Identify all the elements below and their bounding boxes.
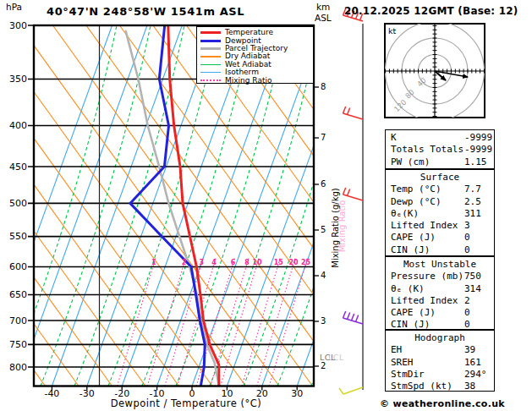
stat-label: StmSpd (kt)	[391, 381, 452, 392]
wind-barb-tick	[352, 314, 354, 321]
wind-barb-shaft	[343, 387, 363, 394]
stat-value: 0	[464, 319, 470, 330]
pressure-tick-label: 300	[2, 20, 27, 31]
km-tick-label: 3	[321, 316, 326, 326]
x-axis-title: Dewpoint / Temperature (°C)	[59, 397, 313, 409]
stat-label: CIN (J)	[391, 319, 430, 330]
stat-label: StmDir	[391, 369, 425, 380]
pressure-tick-label: 550	[2, 231, 27, 242]
stat-label: Pressure (mb)	[391, 271, 463, 282]
legend-line-sample	[200, 64, 221, 66]
legend-line-sample	[200, 79, 221, 81]
stat-label: Dewp (°C)	[391, 196, 442, 207]
km-tick-label: 2	[321, 361, 326, 370]
stats-row: Temp (°C)7.7	[386, 184, 494, 195]
pressure-tick-label: 450	[2, 162, 27, 173]
legend-line-sample	[200, 72, 221, 74]
stat-label: CAPE (J)	[391, 232, 436, 243]
stat-label: θₑ(K)	[391, 208, 419, 219]
stats-row: Pressure (mb)750	[386, 271, 494, 282]
legend-item-label: Isotherm	[225, 68, 259, 76]
pressure-tick-label: 350	[2, 74, 27, 85]
stat-label: CAPE (J)	[391, 307, 436, 318]
mixing-ratio-value-label: 1	[146, 259, 162, 266]
wind-barb-tick	[339, 388, 343, 394]
legend-line-sample	[200, 56, 221, 58]
stat-value: 0	[464, 307, 470, 318]
stats-section-header: Most Unstable	[386, 259, 494, 271]
stat-label: θₑ (K)	[391, 283, 425, 294]
stat-value: 3	[464, 220, 470, 231]
stat-value: 314	[464, 283, 481, 294]
skewt-sounding-page: hPa 40°47'N 248°58'W 1541m ASL km ASL 20…	[0, 0, 532, 411]
wet-adiabat-line	[514, 25, 532, 386]
mixing-ratio-value-label: 6	[225, 259, 240, 266]
legend-item: Temperature	[200, 29, 313, 36]
stats-row: PW (cm)1.15	[386, 156, 494, 168]
legend-line-sample	[200, 47, 221, 50]
stats-row: Dewp (°C)2.5	[386, 196, 494, 208]
stats-row: θₑ(K)311	[386, 208, 494, 220]
asl-unit-label: ASL	[315, 13, 332, 23]
stat-label: CIN (J)	[391, 244, 430, 255]
stats-row: SREH161	[386, 357, 494, 369]
stat-label: K	[391, 132, 397, 143]
stats-row: Lifted Index3	[386, 220, 494, 232]
wind-barb-tick	[348, 189, 350, 196]
pressure-tick-label: 400	[2, 120, 27, 131]
km-tick-label: 8	[321, 82, 326, 91]
pressure-unit-label: hPa	[6, 2, 22, 12]
mixing-ratio-value-label: 15	[271, 259, 286, 266]
stat-value: 0	[464, 244, 470, 255]
stat-value: 294°	[464, 369, 487, 380]
stats-section: SurfaceTemp (°C)7.7Dewp (°C)2.5θₑ(K)311L…	[385, 169, 495, 256]
pressure-tick-label: 800	[2, 362, 27, 373]
stat-value: 2.5	[464, 196, 481, 207]
wind-barb-tick	[343, 311, 346, 318]
stat-label: Temp (°C)	[391, 184, 442, 195]
mixing-ratio-value-label: 25	[299, 259, 314, 266]
footer-credit: © weatheronline.co.uk	[380, 398, 505, 409]
hodograph-unit-label: kt	[388, 26, 396, 36]
pressure-tick-label: 500	[2, 198, 27, 209]
wind-barb-tick	[343, 107, 346, 113]
stat-value: 0	[464, 232, 470, 243]
stat-value: 750	[464, 271, 481, 282]
stats-row: θₑ (K)314	[386, 283, 494, 295]
stats-row: K-9999	[386, 132, 494, 144]
stat-value: -9999	[464, 144, 492, 155]
legend: TemperatureDewpointParcel TrajectoryDry …	[196, 26, 314, 84]
km-tick-label: 6	[321, 179, 326, 189]
mixing-ratio-value-label: 4	[206, 259, 222, 266]
wind-barb	[343, 311, 364, 324]
legend-item-label: Dry Adiabat	[225, 52, 270, 60]
stats-row: StmSpd (kt)38	[386, 381, 494, 392]
km-unit-label: km	[316, 2, 330, 12]
stats-row: CAPE (J)0	[386, 232, 494, 244]
legend-item: Isotherm	[200, 68, 313, 76]
stat-value: 161	[464, 357, 481, 368]
stats-row: EH39	[386, 344, 494, 356]
stat-label: PW (cm)	[391, 156, 430, 167]
wind-barb	[339, 387, 363, 394]
km-tick-label: 7	[321, 133, 326, 142]
lcl-marker-label: LCL	[320, 353, 336, 362]
stat-label: Lifted Index	[391, 220, 458, 231]
legend-line-sample	[200, 40, 221, 42]
stats-row: StmDir294°	[386, 369, 494, 381]
stats-row: CIN (J)0	[386, 244, 494, 256]
stats-row: Lifted Index2	[386, 295, 494, 307]
stat-label: SREH	[391, 357, 414, 368]
wind-barb-tick	[356, 315, 359, 322]
mixing-ratio-value-label: 10	[250, 259, 265, 266]
stat-value: 39	[464, 344, 475, 355]
stat-value: 1.15	[464, 156, 487, 167]
pressure-tick-label: 600	[2, 261, 27, 272]
stat-value: 7.7	[464, 184, 481, 195]
km-tick-label: 5	[321, 225, 326, 234]
wind-barb-shaft	[343, 318, 364, 324]
mixing-ratio-axis-label: Mixing Ratio (g/kg)	[331, 161, 340, 296]
stats-section: Most UnstablePressure (mb)750θₑ (K)314Li…	[385, 256, 495, 330]
wind-barb	[343, 107, 364, 119]
stat-label: EH	[391, 344, 402, 355]
